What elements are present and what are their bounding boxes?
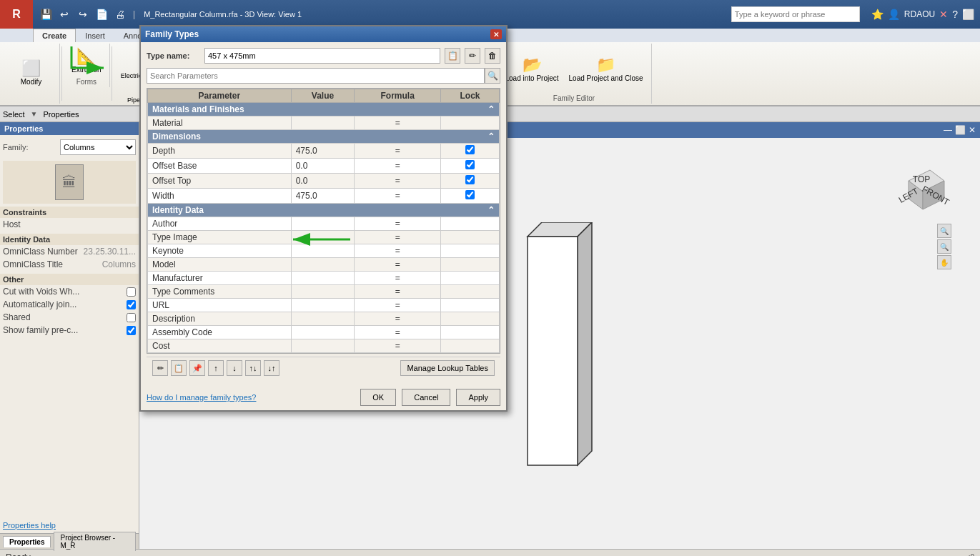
param-value[interactable] <box>291 258 355 272</box>
how-do-i-link[interactable]: How do I manage family types? <box>147 393 355 402</box>
param-lock[interactable] <box>440 299 499 312</box>
param-formula: = <box>355 116 441 130</box>
param-formula: = <box>355 144 441 159</box>
param-value[interactable] <box>291 299 355 312</box>
param-lock[interactable] <box>440 116 499 130</box>
param-value[interactable]: 0.0 <box>291 174 355 189</box>
param-formula: = <box>355 258 441 272</box>
properties-help-link[interactable]: Properties help <box>0 517 139 533</box>
auto-join-label: Automatically join... <box>3 299 127 309</box>
param-lock[interactable] <box>440 272 499 285</box>
delete-type-btn[interactable]: 🗑 <box>485 48 500 64</box>
properties-btn[interactable]: Properties <box>43 110 79 119</box>
sort-ascending-btn[interactable]: ↑↓ <box>245 360 261 376</box>
param-name: Material <box>148 116 292 130</box>
auto-join-checkbox[interactable] <box>127 300 136 309</box>
param-lock[interactable] <box>440 339 499 353</box>
param-value[interactable] <box>291 116 355 130</box>
nav-search-input[interactable] <box>731 6 860 22</box>
view-close-icon[interactable]: ✕ <box>969 125 976 135</box>
qab-new[interactable]: 📄 <box>93 6 110 23</box>
manage-lookup-btn[interactable]: Manage Lookup Tables <box>400 360 495 376</box>
family-types-dialog[interactable]: Family Types ✕ Type name: 📋 ✏ 🗑 🔍 <box>139 25 508 412</box>
move-down-btn[interactable]: ↓ <box>227 360 242 376</box>
rename-type-btn[interactable]: ✏ <box>465 48 480 64</box>
table-row: Assembly Code = <box>148 326 500 339</box>
param-value[interactable] <box>291 217 355 231</box>
sort-descending-btn[interactable]: ↓↑ <box>264 360 279 376</box>
bottom-tab-properties[interactable]: Properties <box>3 536 51 547</box>
lock-checkbox[interactable] <box>465 175 475 184</box>
zoom-in-btn[interactable]: 🔍 <box>937 224 951 238</box>
lock-checkbox[interactable] <box>465 160 475 169</box>
param-lock[interactable] <box>440 189 499 204</box>
param-lock[interactable] <box>440 312 499 326</box>
qab-print[interactable]: 🖨 <box>112 6 129 23</box>
param-value[interactable]: 475.0 <box>291 144 355 159</box>
app-logo[interactable]: R <box>0 0 33 29</box>
cut-voids-checkbox[interactable] <box>127 287 136 297</box>
bottom-tab-project-browser[interactable]: Project Browser - M_R <box>54 532 136 551</box>
param-lock[interactable] <box>440 326 499 339</box>
type-name-input[interactable] <box>204 48 440 64</box>
help-icon[interactable]: ⭐ <box>871 9 884 20</box>
col-formula: Formula <box>355 89 441 103</box>
add-shared-param-btn[interactable]: 📋 <box>171 360 187 376</box>
show-family-row: Show family pre-c... <box>0 324 139 337</box>
param-formula: = <box>355 326 441 339</box>
search-parameters-input[interactable] <box>147 68 485 84</box>
apply-btn[interactable]: Apply <box>456 389 500 406</box>
param-value[interactable] <box>291 312 355 326</box>
collab-icon[interactable]: 👤 <box>888 9 900 20</box>
param-lock[interactable] <box>440 217 499 231</box>
cancel-btn[interactable]: Cancel <box>402 389 450 406</box>
ok-btn[interactable]: OK <box>360 389 396 406</box>
param-value[interactable] <box>291 231 355 244</box>
zoom-out-btn[interactable]: 🔍 <box>937 239 951 254</box>
param-value[interactable] <box>291 326 355 339</box>
param-lock[interactable] <box>440 144 499 159</box>
extrusion-btn[interactable]: 📐 Extrusion <box>68 45 105 76</box>
load-project-and-close-btn[interactable]: 📁 Load Project and Close <box>565 54 647 85</box>
viewcube[interactable]: TOP LEFT FRONT <box>894 159 951 219</box>
qab-undo[interactable]: ↩ <box>56 6 73 23</box>
lock-checkbox[interactable] <box>465 190 475 199</box>
param-lock[interactable] <box>440 285 499 299</box>
qab-save[interactable]: 💾 <box>37 6 54 23</box>
family-dropdown[interactable]: Columns <box>60 139 136 155</box>
param-lock[interactable] <box>440 231 499 244</box>
param-value[interactable]: 0.0 <box>291 159 355 174</box>
param-lock[interactable] <box>440 159 499 174</box>
move-up-btn[interactable]: ↑ <box>208 360 224 376</box>
show-family-checkbox[interactable] <box>127 326 136 335</box>
param-value[interactable]: 475.0 <box>291 189 355 204</box>
svg-text:TOP: TOP <box>913 174 930 184</box>
search-btn[interactable]: 🔍 <box>485 68 500 84</box>
lock-checkbox[interactable] <box>465 145 475 154</box>
auto-join-row: Automatically join... <box>0 298 139 311</box>
load-into-project-btn[interactable]: 📂 Load into Project <box>502 54 563 85</box>
view-minimize-icon[interactable]: — <box>944 125 952 135</box>
add-family-param-btn[interactable]: 📌 <box>189 360 205 376</box>
param-lock[interactable] <box>440 244 499 258</box>
close-icon[interactable]: ✕ <box>939 9 948 20</box>
tab-create[interactable]: Create <box>33 29 76 42</box>
param-value[interactable] <box>291 272 355 285</box>
add-param-btn[interactable]: ✏ <box>152 360 168 376</box>
tab-insert[interactable]: Insert <box>76 29 114 42</box>
duplicate-type-btn[interactable]: 📋 <box>445 48 460 64</box>
view-maximize-icon[interactable]: ⬜ <box>955 125 966 135</box>
param-value[interactable] <box>291 339 355 353</box>
minimize-icon[interactable]: ? <box>952 9 958 20</box>
param-lock[interactable] <box>440 258 499 272</box>
maximize-icon[interactable]: ⬜ <box>962 9 974 20</box>
param-value[interactable] <box>291 285 355 299</box>
param-value[interactable] <box>291 244 355 258</box>
pan-btn[interactable]: ✋ <box>937 255 951 269</box>
shared-checkbox[interactable] <box>127 313 136 322</box>
param-lock[interactable] <box>440 174 499 189</box>
modify-btn[interactable]: ⬜ Modify <box>17 57 46 89</box>
qab-redo[interactable]: ↪ <box>74 6 91 23</box>
select-dropdown-arrow[interactable]: ▼ <box>31 110 38 118</box>
dialog-close-btn[interactable]: ✕ <box>490 29 502 39</box>
